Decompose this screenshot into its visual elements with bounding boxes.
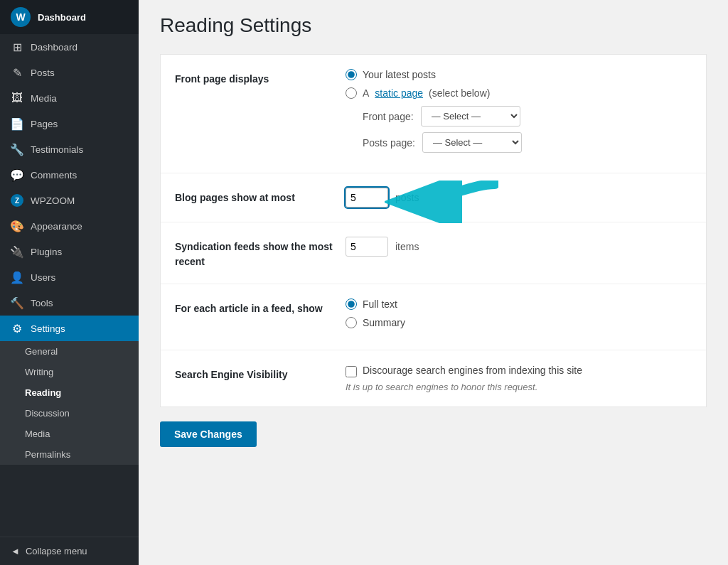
media-icon: 🖼 bbox=[11, 92, 23, 104]
settings-form: Front page displays Your latest posts A … bbox=[160, 54, 707, 407]
latest-posts-radio[interactable] bbox=[346, 69, 357, 80]
sidebar-item-media[interactable]: 🖼 Media bbox=[0, 85, 139, 111]
sidebar-logo[interactable]: W Dashboard bbox=[0, 0, 139, 34]
settings-submenu: General Writing Reading Discussion Media… bbox=[0, 341, 139, 465]
sidebar-item-label: WPZOOM bbox=[31, 195, 75, 206]
syndication-number-row: items bbox=[346, 237, 692, 257]
full-text-label: Full text bbox=[363, 298, 397, 310]
sidebar-item-label: Media bbox=[31, 93, 57, 104]
page-title: Reading Settings bbox=[160, 14, 707, 37]
posts-page-select[interactable]: — Select — bbox=[422, 132, 522, 153]
comments-icon: 💬 bbox=[11, 168, 23, 181]
wp-logo-icon: W bbox=[11, 7, 31, 27]
sidebar-item-dashboard[interactable]: ⊞ Dashboard bbox=[0, 34, 139, 60]
submenu-item-discussion[interactable]: Discussion bbox=[0, 403, 139, 424]
posts-page-select-label: Posts page: bbox=[363, 137, 415, 149]
search-visibility-control: Discourage search engines from indexing … bbox=[346, 365, 692, 392]
latest-posts-label: Your latest posts bbox=[363, 69, 436, 80]
front-page-label: Front page displays bbox=[175, 69, 346, 87]
blog-pages-unit: posts bbox=[395, 192, 419, 203]
feed-article-row: For each article in a feed, show Full te… bbox=[161, 284, 706, 350]
syndication-row: Syndication feeds show the most recent i… bbox=[161, 222, 706, 284]
posts-page-select-row: Posts page: — Select — bbox=[363, 132, 692, 153]
sidebar-item-label: Plugins bbox=[31, 247, 62, 257]
sidebar-item-plugins[interactable]: 🔌 Plugins bbox=[0, 239, 139, 264]
syndication-unit: items bbox=[395, 241, 419, 252]
search-visibility-row: Search Engine Visibility Discourage sear… bbox=[161, 350, 706, 407]
collapse-menu-button[interactable]: ◄ Collapse menu bbox=[0, 537, 139, 565]
sidebar-item-appearance[interactable]: 🎨 Appearance bbox=[0, 213, 139, 239]
search-visibility-label: Search Engine Visibility bbox=[175, 365, 346, 382]
sidebar-item-label: Users bbox=[31, 272, 55, 283]
blog-pages-control: posts bbox=[346, 188, 692, 208]
search-visibility-checkbox-row: Discourage search engines from indexing … bbox=[346, 365, 692, 377]
tools-icon: 🔨 bbox=[11, 296, 23, 309]
static-page-prefix: A bbox=[363, 87, 369, 99]
sidebar-item-wpzoom[interactable]: Z WPZOOM bbox=[0, 188, 139, 213]
search-visibility-checkbox[interactable] bbox=[346, 366, 357, 377]
summary-radio[interactable] bbox=[346, 317, 357, 328]
sidebar-item-label: Pages bbox=[31, 119, 58, 129]
full-text-radio[interactable] bbox=[346, 298, 357, 310]
submenu-item-reading[interactable]: Reading bbox=[0, 382, 139, 403]
main-content: Reading Settings Front page displays You… bbox=[139, 0, 728, 565]
static-page-link[interactable]: static page bbox=[375, 87, 423, 99]
sidebar-item-tools[interactable]: 🔨 Tools bbox=[0, 290, 139, 316]
sidebar-item-label: Comments bbox=[31, 170, 77, 181]
summary-option[interactable]: Summary bbox=[346, 317, 692, 328]
sidebar-item-pages[interactable]: 📄 Pages bbox=[0, 111, 139, 136]
sidebar-item-label: Testimonials bbox=[31, 144, 83, 155]
submenu-item-general[interactable]: General bbox=[0, 341, 139, 362]
dashboard-icon: ⊞ bbox=[11, 41, 23, 53]
sidebar-item-posts[interactable]: ✎ Posts bbox=[0, 60, 139, 85]
sidebar: W Dashboard ⊞ Dashboard ✎ Posts 🖼 Media … bbox=[0, 0, 139, 565]
blog-pages-number-row: posts bbox=[346, 188, 692, 208]
front-page-row: Front page displays Your latest posts A … bbox=[161, 55, 706, 173]
blog-pages-label: Blog pages show at most bbox=[175, 188, 346, 205]
search-visibility-hint: It is up to search engines to honor this… bbox=[346, 382, 692, 392]
sidebar-item-testimonials[interactable]: 🔧 Testimonials bbox=[0, 136, 139, 162]
syndication-control: items bbox=[346, 237, 692, 257]
sidebar-logo-label: Dashboard bbox=[38, 12, 86, 23]
static-page-radio[interactable] bbox=[346, 87, 357, 99]
settings-icon: ⚙ bbox=[11, 322, 23, 335]
sidebar-item-label: Appearance bbox=[31, 221, 82, 232]
posts-icon: ✎ bbox=[11, 66, 23, 79]
plugins-icon: 🔌 bbox=[11, 245, 23, 258]
sidebar-item-label: Dashboard bbox=[31, 42, 77, 53]
collapse-label: Collapse menu bbox=[26, 546, 87, 556]
collapse-icon: ◄ bbox=[11, 546, 20, 556]
latest-posts-option[interactable]: Your latest posts bbox=[346, 69, 692, 80]
sidebar-item-comments[interactable]: 💬 Comments bbox=[0, 162, 139, 188]
submenu-item-writing[interactable]: Writing bbox=[0, 362, 139, 382]
front-page-select-label: Front page: bbox=[363, 111, 414, 122]
syndication-input[interactable] bbox=[346, 237, 388, 257]
appearance-icon: 🎨 bbox=[11, 220, 23, 232]
feed-article-control: Full text Summary bbox=[346, 298, 692, 335]
blog-pages-input[interactable] bbox=[346, 188, 388, 208]
save-changes-button[interactable]: Save Changes bbox=[160, 421, 257, 447]
submenu-item-media[interactable]: Media bbox=[0, 424, 139, 444]
full-text-option[interactable]: Full text bbox=[346, 298, 692, 310]
static-page-option[interactable]: A static page (select below) bbox=[346, 87, 692, 99]
sidebar-item-label: Settings bbox=[31, 323, 65, 334]
syndication-label: Syndication feeds show the most recent bbox=[175, 237, 346, 269]
blog-pages-row: Blog pages show at most posts bbox=[161, 173, 706, 222]
front-page-select-row: Front page: — Select — bbox=[363, 106, 692, 127]
pages-icon: 📄 bbox=[11, 117, 23, 130]
wpzoom-icon: Z bbox=[11, 194, 23, 207]
summary-label: Summary bbox=[363, 317, 405, 328]
submenu-item-permalinks[interactable]: Permalinks bbox=[0, 444, 139, 465]
static-page-suffix: (select below) bbox=[429, 87, 490, 99]
sidebar-item-label: Tools bbox=[31, 298, 53, 308]
front-page-select[interactable]: — Select — bbox=[421, 106, 520, 127]
search-visibility-checkbox-label: Discourage search engines from indexing … bbox=[363, 365, 582, 376]
sidebar-item-label: Posts bbox=[31, 68, 55, 78]
front-page-control: Your latest posts A static page (select … bbox=[346, 69, 692, 158]
users-icon: 👤 bbox=[11, 271, 23, 284]
feed-article-label: For each article in a feed, show bbox=[175, 298, 346, 316]
testimonials-icon: 🔧 bbox=[11, 143, 23, 156]
sidebar-item-users[interactable]: 👤 Users bbox=[0, 264, 139, 290]
sidebar-item-settings[interactable]: ⚙ Settings bbox=[0, 316, 139, 341]
